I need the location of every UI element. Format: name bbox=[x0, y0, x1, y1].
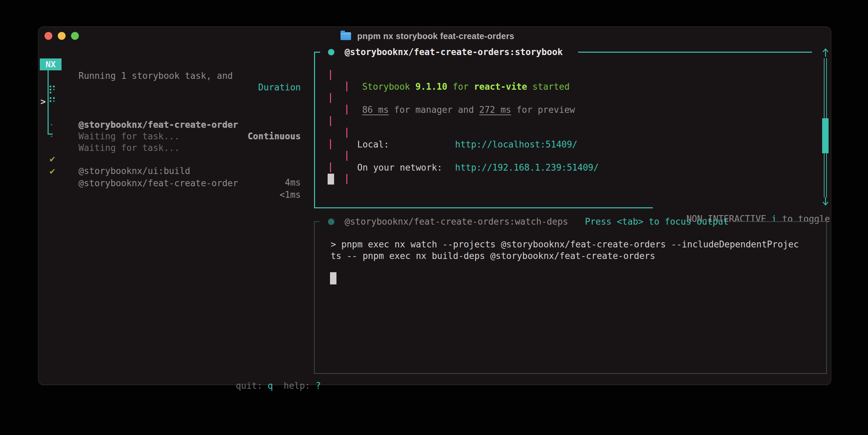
watch-panel-border-left bbox=[314, 221, 315, 374]
completed-task-row[interactable]: ✔ @storybooknx/ui:build 4ms bbox=[40, 142, 301, 154]
toggle-suffix: to toggle bbox=[777, 214, 830, 224]
local-url-link[interactable]: http://localhost:51409/ bbox=[455, 139, 577, 150]
task-duration: 4ms bbox=[285, 177, 301, 188]
local-label: Local: bbox=[357, 139, 389, 150]
storybook-box-bar bbox=[330, 70, 331, 80]
storybook-box-bar bbox=[330, 162, 331, 172]
task-row[interactable]: @storybooknx/feat-create-order Continuou… bbox=[40, 96, 301, 107]
storybook-version: 9.1.10 bbox=[415, 82, 447, 92]
watch-panel-title: @storybooknx/feat-create-orders:watch-de… bbox=[345, 216, 568, 227]
storybook-panel-border-bottom bbox=[314, 207, 653, 208]
storybook-framework: react-vite bbox=[474, 82, 527, 92]
manager-time: 86 ms bbox=[362, 105, 389, 115]
quit-key: q bbox=[268, 381, 273, 391]
watch-panel-border-bottom bbox=[314, 373, 827, 374]
quit-label: quit: bbox=[236, 381, 268, 391]
completed-task-row[interactable]: ✔ @storybooknx/feat-create-order <1ms bbox=[40, 154, 301, 166]
storybook-started-mid: for bbox=[447, 82, 474, 92]
keybinding-footer: quit: q help: ? bbox=[214, 368, 321, 403]
window-title: pnpm nx storybook feat-create-orders bbox=[357, 31, 514, 41]
spinner-icon bbox=[50, 97, 56, 106]
watch-panel-border-top-line bbox=[736, 221, 827, 222]
watch-command-line: > pnpm exec nx watch --projects @storybo… bbox=[331, 239, 799, 250]
minimize-window-button[interactable] bbox=[58, 32, 66, 40]
idle-status-bullet-icon bbox=[328, 219, 334, 225]
storybook-panel-border-left bbox=[314, 52, 315, 208]
terminal-window: pnpm nx storybook feat-create-orders NX … bbox=[38, 27, 831, 385]
task-name: Waiting for task... bbox=[79, 130, 179, 142]
storybook-perf-line: 86 ms for manager and 272 ms for preview bbox=[341, 92, 575, 127]
scrollbar-thumb[interactable] bbox=[822, 118, 829, 153]
close-window-button[interactable] bbox=[45, 32, 52, 40]
watch-panel-border-top-nub bbox=[314, 221, 319, 222]
task-row[interactable]: · Waiting for task... bbox=[40, 107, 301, 119]
storybook-box-bar bbox=[330, 116, 331, 126]
task-name: @storybooknx/ui:build bbox=[79, 165, 190, 177]
storybook-started-suffix: started bbox=[527, 82, 570, 92]
task-status: Continuous bbox=[247, 130, 301, 142]
help-key: ? bbox=[315, 381, 321, 391]
task-header-text: Running 1 storybook task, and bbox=[79, 70, 233, 82]
storybook-panel-border-top-line bbox=[578, 52, 812, 53]
storybook-box-bar bbox=[330, 139, 331, 149]
watch-command-line: ts -- pnpm exec nx build-deps @storybook… bbox=[331, 250, 655, 262]
storybook-panel-title: @storybooknx/feat-create-orders:storyboo… bbox=[345, 46, 563, 58]
perf-mid-text: for manager and bbox=[389, 105, 479, 115]
task-duration: <1ms bbox=[279, 189, 301, 201]
storybook-started-prefix: Storybook bbox=[362, 82, 416, 92]
storybook-box-bar bbox=[346, 128, 347, 138]
scroll-down-arrow-icon[interactable] bbox=[822, 197, 829, 206]
spinner-icon bbox=[50, 86, 56, 94]
check-icon: ✔ bbox=[49, 166, 56, 177]
storybook-box-bar bbox=[346, 151, 347, 161]
network-url-link[interactable]: http://192.168.1.239:51409/ bbox=[455, 162, 599, 173]
focus-output-hint: Press <tab> to focus output bbox=[585, 216, 729, 227]
storybook-box-bar bbox=[330, 93, 331, 103]
task-list-header: Running 1 storybook task, and Duration bbox=[40, 58, 301, 70]
help-label: help: bbox=[273, 381, 315, 391]
running-status-bullet-icon bbox=[328, 49, 334, 55]
network-label: On your network: bbox=[357, 162, 442, 173]
scroll-up-arrow-icon[interactable] bbox=[822, 48, 829, 57]
folder-icon bbox=[341, 32, 351, 40]
watch-panel-border-right bbox=[826, 221, 827, 374]
preview-time: 272 ms bbox=[479, 105, 511, 115]
task-row[interactable]: · Waiting for task... bbox=[40, 119, 301, 130]
pending-dot-icon: · bbox=[49, 130, 54, 142]
maximize-window-button[interactable] bbox=[71, 32, 79, 40]
toggle-key: i bbox=[771, 214, 777, 224]
terminal-cursor bbox=[330, 272, 336, 284]
task-row[interactable]: > @storybooknx/feat-create-order Continu… bbox=[40, 84, 301, 96]
perf-suffix-text: for preview bbox=[511, 105, 575, 115]
storybook-box-bar bbox=[346, 174, 347, 184]
task-name: @storybooknx/feat-create-order bbox=[79, 177, 238, 189]
terminal-cursor bbox=[328, 174, 334, 185]
